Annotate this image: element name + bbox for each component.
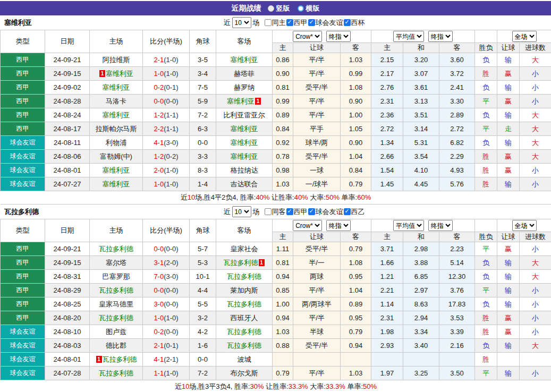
- checkbox-checked-icon[interactable]: [308, 19, 315, 26]
- match-count-select[interactable]: 10: [232, 17, 251, 28]
- checkbox-checked-icon[interactable]: [286, 208, 293, 215]
- odds-home-cell: 0.85: [273, 284, 293, 297]
- sub-header-goals-result: 进球数: [520, 43, 551, 53]
- average-select[interactable]: 平均值: [393, 31, 424, 42]
- layout-radio-horizontal[interactable]: 横版: [298, 4, 320, 13]
- corners-cell: 3-3: [190, 150, 216, 164]
- odds-away-cell: 0.90: [341, 95, 371, 108]
- score-cell: 1-0(1-0): [143, 311, 190, 325]
- home-team-cell: 瓦拉多利德: [90, 367, 143, 380]
- sub-header-odds-away: 客: [341, 43, 371, 53]
- date-cell: 24-09-21: [45, 53, 90, 67]
- home-team-cell: 瓦拉多利德: [90, 284, 143, 297]
- section-header: 塞维利亚 近 10 场 同主西甲球会友谊西杯: [0, 15, 551, 30]
- filter-checkbox-item[interactable]: 同主: [265, 18, 286, 28]
- final-odds-select-2[interactable]: 终指: [428, 31, 453, 42]
- team-name: 塞维利亚: [106, 70, 133, 78]
- avg-away-cell: 5.76: [439, 177, 475, 191]
- full-match-select[interactable]: 全场: [512, 31, 537, 42]
- fulltime-score: 0-0: [154, 245, 164, 253]
- filter-checkbox-item[interactable]: 球会友谊: [308, 18, 343, 28]
- result-outcome-cell: 胜: [475, 353, 497, 367]
- col-header-score: 比分(半场): [143, 30, 190, 53]
- summary-segment: 近: [175, 382, 182, 390]
- table-row: 西甲24-08-31巴塞罗那7-0(3-0)10-1瓦拉多利德0.94两球0.9…: [1, 270, 551, 284]
- result-handicap-cell: 输: [497, 339, 520, 353]
- away-team-cell: 赫塔菲: [216, 67, 273, 81]
- result-handicap-cell: 输: [497, 284, 520, 297]
- away-team-cell: 比利亚雷亚尔: [216, 108, 273, 122]
- avg-away-cell: 2.23: [439, 242, 475, 256]
- avg-away-cell: 2.41: [439, 81, 475, 95]
- team-name: 塞维利亚: [103, 83, 130, 91]
- team-name: 比利亚雷亚尔: [224, 111, 265, 119]
- checkbox-unchecked-icon[interactable]: [265, 19, 272, 26]
- final-odds-select[interactable]: 终指: [326, 220, 351, 231]
- col-header-type: 类型: [1, 219, 45, 242]
- radio-selected-icon: [268, 5, 274, 12]
- result-goals-cell: 大: [520, 270, 551, 284]
- team-name: 瓦拉多利德: [99, 369, 133, 377]
- full-match-select[interactable]: 全场: [512, 220, 537, 231]
- result-handicap-cell: 赢: [497, 164, 520, 177]
- halftime-score: (1-0): [164, 56, 178, 64]
- result-outcome-cell: 平: [475, 284, 497, 297]
- col-header-type: 类型: [1, 30, 45, 53]
- type-cell: 球会友谊: [1, 150, 45, 164]
- filter-checkbox-item[interactable]: 同客: [265, 207, 286, 217]
- halftime-score: (0-1): [164, 342, 178, 350]
- checkbox-checked-icon[interactable]: [308, 208, 315, 215]
- col-header-away: 客场: [216, 219, 273, 242]
- odds-handicap-cell: 半球: [293, 325, 341, 339]
- score-cell: 0-2(0-1): [143, 81, 190, 95]
- final-odds-select-2[interactable]: 终指: [428, 220, 453, 231]
- avg-home-cell: 1.98: [371, 325, 403, 339]
- type-cell: 西甲: [1, 67, 45, 81]
- away-team-cell: 塞维利亚: [216, 150, 273, 164]
- filter-checkboxes: 同主西甲球会友谊西杯: [265, 18, 365, 28]
- away-team-cell: 塞维利亚: [216, 136, 273, 150]
- match-count-select[interactable]: 10: [232, 206, 251, 217]
- odds-company-select[interactable]: Crow*: [293, 31, 322, 42]
- checkbox-checked-icon[interactable]: [344, 208, 351, 215]
- team-name: 赫罗纳: [234, 83, 255, 91]
- final-odds-select[interactable]: 终指: [326, 31, 351, 42]
- team-name: 瓦拉多利德: [103, 355, 137, 363]
- halftime-score: (0-0): [164, 300, 178, 308]
- filter-checkbox-item[interactable]: 西杯: [344, 18, 365, 28]
- average-select[interactable]: 平均值: [393, 220, 424, 231]
- result-handicap-cell: 输: [497, 270, 520, 284]
- checkbox-checked-icon[interactable]: [286, 19, 293, 26]
- table-row: 球会友谊24-07-27塞维利亚1-0(1-0)1-4吉达联合1.03一/球半0…: [1, 177, 551, 191]
- result-group-spacer: [475, 30, 497, 43]
- avg-home-cell: 2.15: [371, 53, 403, 67]
- summary-segment: 场,胜4平2负4, 胜率:: [195, 193, 256, 201]
- page-title: 近期战绩: [232, 4, 261, 13]
- filter-checkbox-item[interactable]: 西乙: [344, 207, 365, 217]
- team-name: 拉斯帕尔马斯: [96, 125, 137, 133]
- odds-company-select[interactable]: Crow*: [293, 220, 322, 231]
- score-cell: 3-0(0-0): [143, 297, 190, 311]
- home-team-cell: 拉斯帕尔马斯: [90, 122, 143, 136]
- corners-cell: 5-5: [190, 297, 216, 311]
- checkbox-checked-icon[interactable]: [344, 19, 351, 26]
- filter-checkbox-item[interactable]: 西甲: [286, 18, 308, 28]
- score-cell: 4-1(2-1): [143, 353, 190, 367]
- filter-checkbox-item[interactable]: 西甲: [286, 207, 308, 217]
- type-cell: 球会友谊: [1, 177, 45, 191]
- avg-draw-cell: 3.88: [403, 256, 439, 270]
- checkbox-unchecked-icon[interactable]: [265, 208, 272, 215]
- summary-segment: 40%: [256, 193, 269, 201]
- team-name: 塞维利亚: [103, 180, 130, 188]
- col-header-home: 主场: [90, 219, 143, 242]
- fulltime-score: 2-1: [154, 56, 164, 64]
- filter-checkbox-item[interactable]: 球会友谊: [308, 207, 343, 217]
- odds-group-header: Crow* 终指: [273, 30, 371, 43]
- home-team-cell: 阿拉维斯: [90, 53, 143, 67]
- layout-radio-vertical[interactable]: 竖版: [268, 4, 290, 13]
- red-card-badge: 1: [96, 356, 102, 363]
- radio-horizontal-label: 横版: [306, 4, 320, 13]
- avg-away-cell: 4.93: [439, 164, 475, 177]
- away-team-cell: 塞维利亚: [216, 53, 273, 67]
- odds-handicap-cell: 受平/半: [293, 242, 341, 256]
